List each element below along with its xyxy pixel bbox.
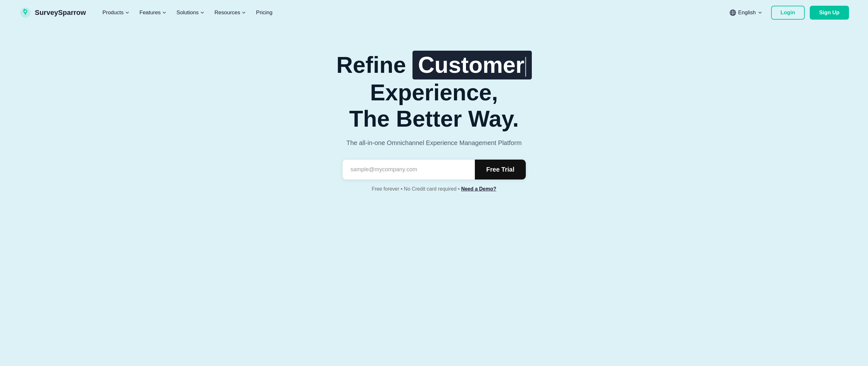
email-form: Free Trial xyxy=(342,159,526,180)
hero-title-highlight: Customer xyxy=(412,51,532,80)
language-label: English xyxy=(738,9,756,16)
signup-button[interactable]: Sign Up xyxy=(810,6,849,20)
language-chevron-icon xyxy=(758,10,762,15)
hero-title-part1: Refine xyxy=(336,52,406,78)
hero-footnote: Free forever • No Credit card required •… xyxy=(372,186,496,192)
hero-title-line2: The Better Way. xyxy=(291,106,577,132)
hero-section: Refine Customer Experience, The Better W… xyxy=(0,25,868,211)
logo[interactable]: SurveySparrow xyxy=(19,6,86,19)
navbar: SurveySparrow Products Features Solution… xyxy=(0,0,868,25)
hero-title-line1: Refine Customer Experience, xyxy=(291,51,577,106)
globe-icon xyxy=(730,9,736,16)
navbar-right: English Login Sign Up xyxy=(725,6,849,20)
free-trial-button[interactable]: Free Trial xyxy=(475,159,526,180)
nav-links: Products Features Solutions Resources xyxy=(98,7,276,18)
nav-item-pricing[interactable]: Pricing xyxy=(252,7,276,18)
login-button[interactable]: Login xyxy=(771,6,805,20)
hero-title-highlight-text: Customer xyxy=(418,52,525,78)
nav-item-features[interactable]: Features xyxy=(136,7,170,18)
logo-icon xyxy=(19,6,32,19)
solutions-chevron-icon xyxy=(200,10,205,15)
nav-item-resources[interactable]: Resources xyxy=(211,7,250,18)
language-selector[interactable]: English xyxy=(725,7,766,19)
nav-features-label: Features xyxy=(140,9,161,16)
nav-products-label: Products xyxy=(102,9,123,16)
hero-title-part2: Experience, xyxy=(370,80,498,105)
hero-title: Refine Customer Experience, The Better W… xyxy=(291,51,577,132)
products-chevron-icon xyxy=(125,10,129,15)
demo-link[interactable]: Need a Demo? xyxy=(461,186,496,191)
nav-solutions-label: Solutions xyxy=(177,9,199,16)
nav-item-solutions[interactable]: Solutions xyxy=(173,7,208,18)
nav-resources-label: Resources xyxy=(215,9,240,16)
logo-name: SurveySparrow xyxy=(35,8,86,17)
navbar-left: SurveySparrow Products Features Solution… xyxy=(19,6,276,19)
hero-footnote-text: Free forever • No Credit card required • xyxy=(372,186,460,191)
resources-chevron-icon xyxy=(242,10,246,15)
nav-item-products[interactable]: Products xyxy=(98,7,133,18)
cursor-icon xyxy=(525,57,526,76)
hero-subtitle: The all-in-one Omnichannel Experience Ma… xyxy=(346,139,522,147)
nav-pricing-label: Pricing xyxy=(256,9,273,16)
features-chevron-icon xyxy=(162,10,166,15)
email-input[interactable] xyxy=(342,159,475,180)
